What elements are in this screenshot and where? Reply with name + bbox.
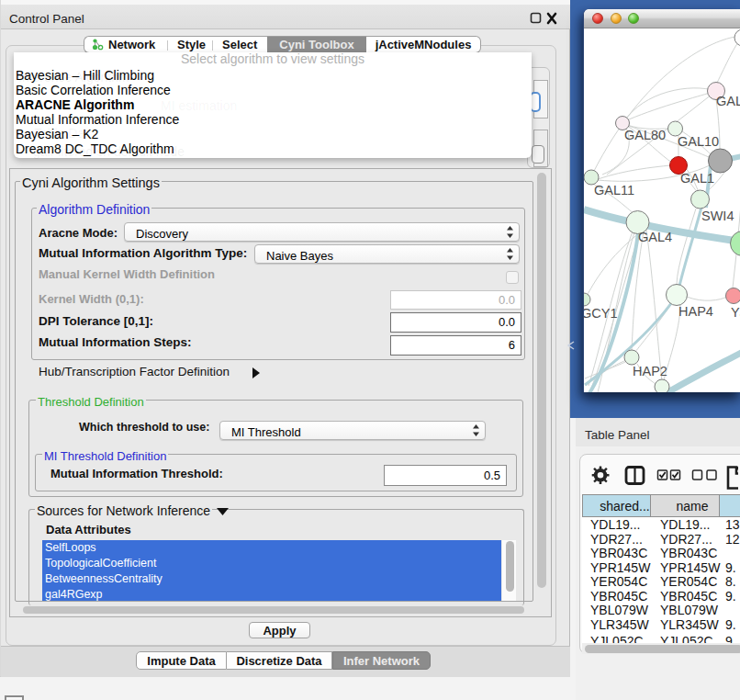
svg-text:GCY1: GCY1 (584, 306, 618, 321)
svg-text:GAL80: GAL80 (624, 128, 666, 142)
svg-text:GAL1: GAL1 (680, 171, 714, 186)
svg-text:GAL4: GAL4 (638, 230, 672, 244)
svg-text:GAL11: GAL11 (594, 183, 634, 198)
svg-text:SWI4: SWI4 (701, 209, 734, 223)
svg-text:HAP4: HAP4 (678, 304, 713, 319)
svg-text:GAL10: GAL10 (678, 134, 719, 149)
svg-text:YJ: YJ (731, 305, 740, 320)
svg-text:HAP2: HAP2 (633, 364, 667, 378)
svg-text:GAL2: GAL2 (716, 94, 740, 108)
